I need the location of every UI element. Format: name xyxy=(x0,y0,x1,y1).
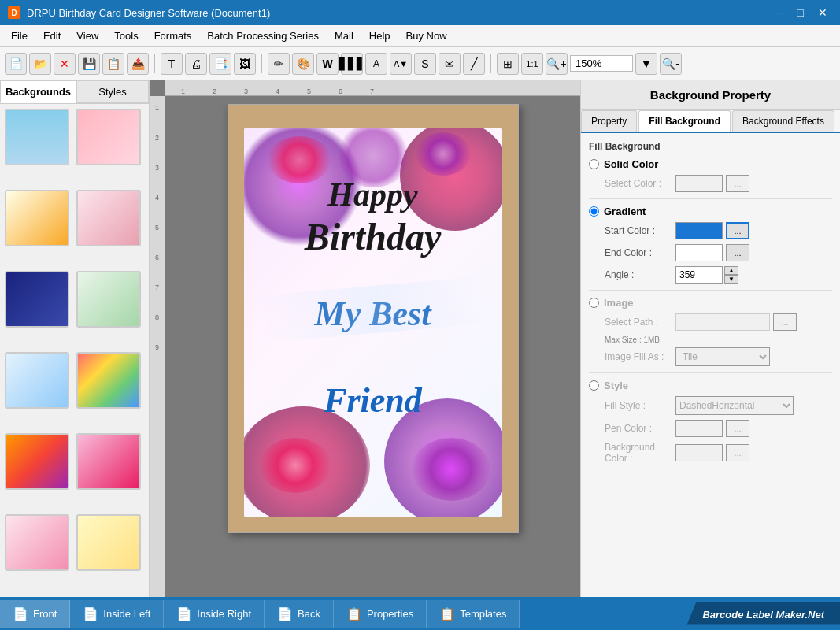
tab-styles[interactable]: Styles xyxy=(76,80,149,103)
bg-thumb-12[interactable] xyxy=(76,514,141,571)
tab-properties[interactable]: 📋 Properties xyxy=(334,600,427,628)
text-button[interactable]: T xyxy=(161,53,183,75)
tab-front[interactable]: 📄 Front xyxy=(0,600,70,628)
grid-button[interactable]: ⊞ xyxy=(497,53,519,75)
bg-thumb-7[interactable] xyxy=(5,352,69,409)
ratio-button[interactable]: 1:1 xyxy=(521,53,543,75)
pencil-button[interactable]: ✏ xyxy=(268,53,290,75)
pen-color-row: Pen Color : ... xyxy=(589,420,832,437)
bg-thumb-8[interactable] xyxy=(76,352,141,409)
style-radio[interactable] xyxy=(589,380,599,391)
end-color-box[interactable] xyxy=(675,244,723,261)
menu-file[interactable]: File xyxy=(3,28,35,44)
select-path-label: Select Path : xyxy=(605,317,675,328)
pen-color-box[interactable] xyxy=(675,420,723,437)
canvas-card[interactable]: Happy Birthday My Best Friend xyxy=(228,104,519,533)
menu-help[interactable]: Help xyxy=(361,28,398,44)
close-file-button[interactable]: ✕ xyxy=(54,53,76,75)
tab-fill-background[interactable]: Fill Background xyxy=(638,110,731,132)
fill-style-label: Fill Style : xyxy=(605,400,675,411)
word-button[interactable]: W xyxy=(316,53,339,75)
bg-thumb-2[interactable] xyxy=(76,109,141,165)
tab-inside-right[interactable]: 📄 Inside Right xyxy=(164,600,265,628)
start-color-box[interactable] xyxy=(675,222,723,239)
angle-down-btn[interactable]: ▼ xyxy=(724,275,738,284)
menu-mail[interactable]: Mail xyxy=(327,28,361,44)
pen-color-pick-btn[interactable]: ... xyxy=(726,420,749,437)
print-button[interactable]: 🖨 xyxy=(185,53,207,75)
text2-button[interactable]: A xyxy=(365,53,387,75)
tab-back[interactable]: 📄 Back xyxy=(265,600,334,628)
menu-batch[interactable]: Batch Processing Series xyxy=(199,28,327,44)
tab-property[interactable]: Property xyxy=(581,110,637,132)
bg-thumb-10[interactable] xyxy=(76,433,141,490)
image-fill-row: Image Fill As : Tile Stretch Center Zoom xyxy=(589,347,832,366)
paint-button[interactable]: 🎨 xyxy=(292,53,314,75)
panel-title: Background Property xyxy=(581,80,840,110)
maximize-button[interactable]: □ xyxy=(793,6,809,19)
properties-icon: 📋 xyxy=(346,606,362,621)
export-button[interactable]: 📤 xyxy=(127,53,149,75)
gradient-radio[interactable] xyxy=(589,206,599,217)
minimize-button[interactable]: ─ xyxy=(771,6,788,19)
barcode-button[interactable]: ▋▋▋ xyxy=(341,53,363,75)
bg-thumb-11[interactable] xyxy=(5,514,69,571)
tab-backgrounds[interactable]: Backgrounds xyxy=(0,80,76,103)
symbol-button[interactable]: S xyxy=(414,53,436,75)
image-fill-select[interactable]: Tile Stretch Center Zoom xyxy=(675,347,770,366)
bg-color-pick-btn[interactable]: ... xyxy=(726,444,749,461)
copy-button[interactable]: 📑 xyxy=(209,53,231,75)
close-button[interactable]: ✕ xyxy=(813,6,832,19)
max-size-label: Max Size : 1MB xyxy=(589,335,832,344)
tab-templates[interactable]: 📋 Templates xyxy=(427,600,520,628)
bg-thumb-5[interactable] xyxy=(5,271,69,328)
save-as-button[interactable]: 📋 xyxy=(102,53,124,75)
bg-thumb-9[interactable] xyxy=(5,433,69,490)
app-title: DRPU Birthday Card Designer Software (Do… xyxy=(27,7,270,19)
solid-color-radio[interactable] xyxy=(589,159,599,169)
solid-color-box[interactable] xyxy=(675,175,723,192)
canvas-wrapper: Happy Birthday My Best Friend xyxy=(173,104,572,597)
bg-thumb-4[interactable] xyxy=(76,190,141,246)
tab-background-effects[interactable]: Background Effects xyxy=(732,110,834,132)
menu-view[interactable]: View xyxy=(68,28,106,44)
open-button[interactable]: 📂 xyxy=(29,53,51,75)
email-button[interactable]: ✉ xyxy=(439,53,461,75)
bg-color-box[interactable] xyxy=(675,444,723,461)
solid-color-label: Solid Color xyxy=(604,158,658,170)
zoom-out-button[interactable]: 🔍- xyxy=(660,53,682,75)
image-button[interactable]: 🖼 xyxy=(234,53,256,75)
bg-thumb-6[interactable] xyxy=(76,271,141,328)
inside-left-icon: 📄 xyxy=(83,606,98,621)
ruler-left: 1 2 3 4 5 6 7 8 9 xyxy=(150,96,165,597)
menu-buynow[interactable]: Buy Now xyxy=(398,28,455,44)
start-color-pick-btn[interactable]: ... xyxy=(726,222,749,239)
solid-color-pick-btn[interactable]: ... xyxy=(726,175,749,192)
zoom-in-button[interactable]: 🔍+ xyxy=(546,53,568,75)
tab-inside-left[interactable]: 📄 Inside Left xyxy=(70,600,164,628)
separator-3 xyxy=(490,54,491,73)
image-radio[interactable] xyxy=(589,298,599,308)
angle-input[interactable]: 359 xyxy=(675,266,723,284)
background-grid xyxy=(0,104,149,597)
end-color-pick-btn[interactable]: ... xyxy=(726,244,749,261)
menu-tools[interactable]: Tools xyxy=(106,28,146,44)
left-panel: Backgrounds Styles xyxy=(0,80,150,597)
bg-thumb-3[interactable] xyxy=(5,190,69,246)
new-button[interactable]: 📄 xyxy=(5,53,27,75)
line-button[interactable]: ╱ xyxy=(463,53,485,75)
save-button[interactable]: 💾 xyxy=(78,53,100,75)
menu-formats[interactable]: Formats xyxy=(146,28,200,44)
path-pick-btn[interactable]: ... xyxy=(773,313,797,331)
angle-up-btn[interactable]: ▲ xyxy=(724,266,738,275)
image-label: Image xyxy=(604,297,634,309)
text3-button[interactable]: A▼ xyxy=(390,53,412,75)
end-color-label: End Color : xyxy=(605,247,675,258)
path-input[interactable] xyxy=(675,313,770,331)
tab-inside-right-label: Inside Right xyxy=(197,608,251,620)
bg-thumb-1[interactable] xyxy=(5,109,69,165)
zoom-input[interactable]: 150% xyxy=(570,55,633,72)
zoom-dropdown[interactable]: ▼ xyxy=(635,53,657,75)
fill-style-select[interactable]: DashedHorizontal Solid DashedVertical xyxy=(675,396,794,415)
menu-edit[interactable]: Edit xyxy=(35,28,68,44)
